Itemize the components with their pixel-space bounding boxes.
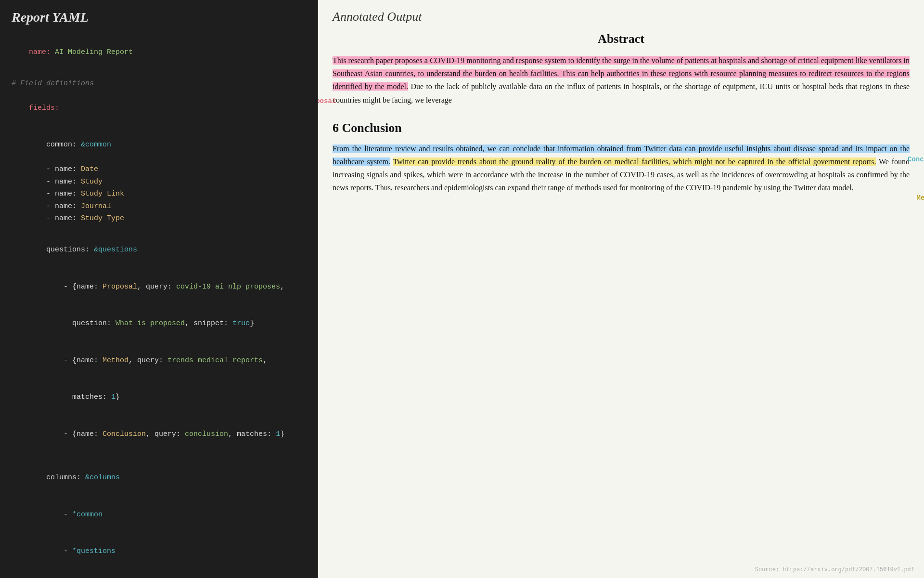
yaml-q-proposal-2: question: What is proposed, snippet: tru…	[12, 305, 306, 342]
annotated-output-title: Annotated Output	[333, 10, 910, 24]
conclusion-highlight-yellow: Twitter can provide trends about the gro…	[393, 158, 876, 166]
conclusion-text: From the literature review and results o…	[333, 142, 910, 195]
yaml-common-item-1: - name: Date	[12, 163, 306, 176]
yaml-col-common: - *common	[12, 496, 306, 533]
yaml-common-item-5: - name: Study Type	[12, 212, 306, 225]
yaml-common-item-3: - name: Study Link	[12, 188, 306, 200]
yaml-questions-line: questions: &questions	[12, 232, 306, 269]
yaml-common-line: common: &common	[12, 127, 306, 164]
conclusion-heading: 6 Conclusion	[333, 121, 910, 135]
left-panel: Report YAML name: AI Modeling Report # F…	[0, 0, 318, 578]
report-yaml-title: Report YAML	[12, 10, 306, 25]
proposal-annotation-label: Proposal	[318, 97, 336, 105]
yaml-fields-key: fields:	[12, 90, 306, 127]
abstract-highlight-proposal: This research paper proposes a COVID-19 …	[333, 56, 910, 91]
yaml-name-val: AI Modeling Report	[51, 48, 133, 56]
conclusion-annotation-label: Conclusion	[908, 156, 924, 163]
conclusion-container: Conclusion Method From the literature re…	[333, 142, 910, 195]
right-panel: Annotated Output Abstract Proposal This …	[318, 0, 924, 578]
yaml-q-method-2: matches: 1}	[12, 379, 306, 416]
abstract-container: Proposal This research paper proposes a …	[333, 54, 910, 106]
yaml-columns-line: columns: &columns	[12, 460, 306, 497]
abstract-heading: Abstract	[333, 32, 910, 46]
source-line: Source: https://arxiv.org/pdf/2007.15619…	[755, 566, 914, 573]
yaml-q-method-1: - {name: Method, query: trends medical r…	[12, 342, 306, 379]
yaml-col-questions: - *questions	[12, 533, 306, 570]
method-annotation-label: Method	[917, 194, 924, 202]
yaml-common-item-2: - name: Study	[12, 176, 306, 188]
yaml-q-conclusion: - {name: Conclusion, query: conclusion, …	[12, 416, 306, 453]
yaml-comment: # Field definitions	[12, 78, 306, 90]
yaml-name-key: name:	[29, 48, 51, 56]
abstract-text: This research paper proposes a COVID-19 …	[333, 54, 910, 106]
yaml-name-line: name: AI Modeling Report	[12, 34, 306, 71]
yaml-common-item-4: - name: Journal	[12, 200, 306, 213]
yaml-q-proposal-1: - {name: Proposal, query: covid-19 ai nl…	[12, 268, 306, 305]
